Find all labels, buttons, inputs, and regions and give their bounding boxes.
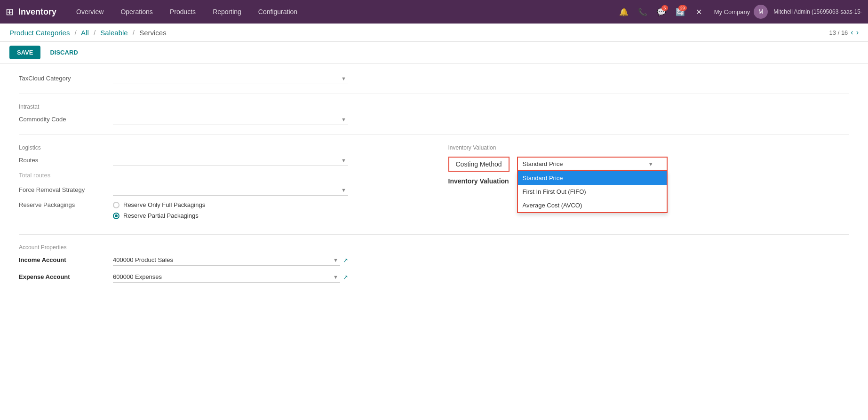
income-account-select-wrap[interactable]: 400000 Product Sales ▼: [113, 254, 340, 266]
chat-badge: 5: [661, 5, 668, 11]
income-account-ext-link-icon[interactable]: ↗: [343, 257, 348, 264]
breadcrumb-bar: Product Categories / All / Saleable / Se…: [0, 24, 868, 42]
taxcloud-label: TaxCloud Category: [19, 75, 113, 82]
company-name: My Company: [714, 8, 750, 16]
pagination: 13 / 16 ‹ ›: [829, 28, 859, 37]
nav-item-reporting[interactable]: Reporting: [204, 0, 250, 24]
logistics-section-label: Logistics: [19, 144, 420, 151]
radio-partial-packagings[interactable]: Reserve Partial Packagings: [113, 212, 205, 219]
radio-label-partial: Reserve Partial Packagings: [123, 212, 199, 219]
taxcloud-field-row: TaxCloud Category ▼: [19, 73, 849, 84]
action-bar: SAVE DISCARD: [0, 42, 868, 63]
costing-method-label: Costing Method: [448, 157, 510, 172]
reserve-radio-group: Reserve Only Full Packagings Reserve Par…: [113, 201, 205, 219]
pagination-chevron-left[interactable]: ‹: [851, 28, 853, 37]
intrastat-section: Intrastat Commodity Code ▼: [19, 103, 849, 125]
costing-option-standard[interactable]: Standard Price: [518, 171, 667, 185]
top-navigation: ⊞ Inventory Overview Operations Products…: [0, 0, 868, 24]
breadcrumb: Product Categories / All / Saleable / Se…: [9, 29, 167, 37]
taxcloud-select[interactable]: [113, 73, 348, 84]
discard-button[interactable]: DISCARD: [46, 46, 81, 59]
main-content: TaxCloud Category ▼ Intrastat Commodity …: [0, 63, 868, 420]
pagination-chevron-right[interactable]: ›: [856, 28, 859, 37]
total-routes-row: Total routes: [19, 172, 420, 179]
chat-icon-btn[interactable]: 💬 5: [654, 4, 669, 19]
force-removal-select[interactable]: [113, 184, 348, 196]
account-properties-label: Account Properties: [19, 244, 849, 251]
inventory-valuation-column: Inventory Valuation Costing Method Stand…: [448, 144, 850, 225]
force-removal-label: Force Removal Strategy: [19, 186, 113, 193]
bell-icon-btn[interactable]: 🔔: [616, 4, 631, 19]
income-account-label: Income Account: [19, 256, 113, 263]
reserve-packagings-row: Reserve Packagings Reserve Only Full Pac…: [19, 201, 420, 219]
two-col-section: Logistics Routes ▼ Total routes Force Re…: [19, 144, 849, 225]
commodity-label: Commodity Code: [19, 116, 113, 123]
close-icon-btn[interactable]: ✕: [692, 4, 707, 19]
force-removal-select-wrap[interactable]: ▼: [113, 184, 348, 196]
costing-option-avco[interactable]: Average Cost (AVCO): [518, 198, 667, 212]
radio-dot-partial: [115, 214, 118, 217]
radio-label-full: Reserve Only Full Packagings: [123, 201, 205, 208]
costing-dropdown-arrow-icon: ▼: [648, 161, 653, 167]
expense-account-value-wrap: 600000 Expenses ▼ ↗: [113, 271, 348, 283]
breadcrumb-services: Services: [139, 29, 167, 37]
inv-val-title: Inventory Valuation: [448, 144, 850, 151]
app-brand: Inventory: [18, 7, 56, 17]
reserve-packagings-label: Reserve Packagings: [19, 201, 113, 208]
radio-circle-partial: [113, 213, 119, 219]
expense-account-row: Expense Account 600000 Expenses ▼ ↗: [19, 271, 849, 283]
intrastat-section-label: Intrastat: [19, 103, 849, 110]
inv-val-field-label: Inventory Valuation: [448, 177, 509, 185]
costing-option-fifo[interactable]: First In First Out (FIFO): [518, 185, 667, 198]
topnav-right: 🔔 📞 💬 5 🔄 29 ✕ My Company M Mitchell Adm…: [616, 4, 862, 19]
radio-circle-full: [113, 202, 119, 208]
grid-icon[interactable]: ⊞: [6, 6, 14, 17]
nav-item-operations[interactable]: Operations: [112, 0, 161, 24]
save-button[interactable]: SAVE: [9, 46, 40, 59]
logistics-column: Logistics Routes ▼ Total routes Force Re…: [19, 144, 420, 225]
expense-account-select-wrap[interactable]: 600000 Expenses ▼: [113, 271, 340, 283]
divider-3: [19, 234, 849, 235]
breadcrumb-all[interactable]: All: [81, 29, 89, 37]
divider-2: [19, 135, 849, 135]
breadcrumb-sep-2: /: [94, 29, 96, 37]
routes-select-wrap[interactable]: ▼: [113, 155, 348, 166]
breadcrumb-sep-3: /: [133, 29, 135, 37]
routes-field-row: Routes ▼: [19, 155, 420, 166]
expense-account-ext-link-icon[interactable]: ↗: [343, 274, 348, 281]
income-account-select[interactable]: 400000 Product Sales: [113, 254, 340, 266]
commodity-select[interactable]: [113, 114, 348, 125]
taxcloud-section: TaxCloud Category ▼: [19, 73, 849, 84]
costing-dropdown-list: Standard Price First In First Out (FIFO)…: [517, 171, 668, 213]
breadcrumb-sep-1: /: [75, 29, 77, 37]
account-properties-section: Account Properties Income Account 400000…: [19, 244, 849, 283]
nav-item-configuration[interactable]: Configuration: [250, 0, 306, 24]
total-routes-label: Total routes: [19, 172, 113, 179]
costing-selected-value: Standard Price: [523, 160, 563, 167]
nav-menu: Overview Operations Products Reporting C…: [68, 0, 616, 24]
routes-label: Routes: [19, 157, 113, 164]
phone-icon-btn[interactable]: 📞: [635, 4, 650, 19]
pagination-text: 13 / 16: [829, 29, 848, 36]
force-removal-row: Force Removal Strategy ▼: [19, 184, 420, 196]
radio-full-packagings[interactable]: Reserve Only Full Packagings: [113, 201, 205, 208]
nav-item-overview[interactable]: Overview: [68, 0, 112, 24]
expense-account-select[interactable]: 600000 Expenses: [113, 271, 340, 283]
refresh-icon-btn[interactable]: 🔄 29: [673, 4, 688, 19]
costing-dropdown-selected[interactable]: Standard Price ▼: [517, 157, 668, 171]
avatar[interactable]: M: [754, 5, 768, 19]
breadcrumb-product-categories[interactable]: Product Categories: [9, 29, 70, 37]
income-account-value-wrap: 400000 Product Sales ▼ ↗: [113, 254, 348, 266]
commodity-select-wrap[interactable]: ▼: [113, 114, 348, 125]
routes-select[interactable]: [113, 155, 348, 166]
divider-1: [19, 94, 849, 94]
costing-dropdown[interactable]: Standard Price ▼ Standard Price First In…: [517, 157, 668, 171]
costing-method-wrap: Costing Method Standard Price ▼ Standard…: [448, 157, 850, 172]
breadcrumb-saleable[interactable]: Saleable: [100, 29, 127, 37]
taxcloud-select-wrap[interactable]: ▼: [113, 73, 348, 84]
commodity-field-row: Commodity Code ▼: [19, 114, 849, 125]
refresh-badge: 29: [678, 5, 687, 11]
nav-item-products[interactable]: Products: [161, 0, 204, 24]
user-name: Mitchell Admin (15695063-saas-15-: [773, 8, 862, 15]
expense-account-label: Expense Account: [19, 273, 113, 280]
